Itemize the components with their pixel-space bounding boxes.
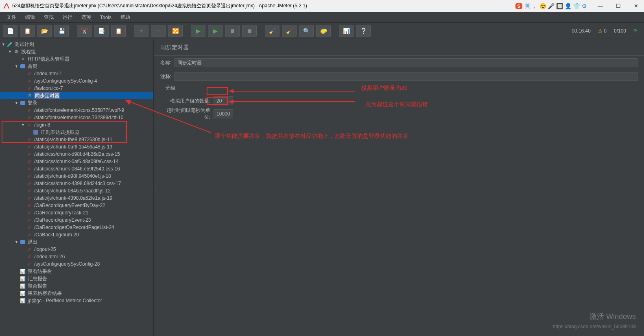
minimize-button[interactable]: — xyxy=(595,2,605,10)
menu-search[interactable]: 查找 xyxy=(40,13,58,22)
tree-homepage[interactable]: ▼首页 xyxy=(0,63,153,70)
tree-login-item-1[interactable]: ✏/static/fonts/element-icons.732389d.ttf… xyxy=(0,114,153,121)
stop-button[interactable]: ⏹ xyxy=(225,25,240,37)
paste-button[interactable]: 📋 xyxy=(111,25,126,37)
tree-label: /static/fonts/element-icons.535877f.woff… xyxy=(34,107,124,113)
tree-logout-item-0[interactable]: ✏/logout-25 xyxy=(0,246,153,253)
tree-toggle-icon[interactable]: ▼ xyxy=(15,64,20,68)
menu-run[interactable]: 运行 xyxy=(59,13,76,22)
maximize-button[interactable]: ☐ xyxy=(613,2,623,10)
tree-listener-3[interactable]: 📊用表格察看结果 xyxy=(0,290,153,297)
tree-home-item-2[interactable]: ✏/favicon.ico-7 xyxy=(0,85,153,92)
menu-options[interactable]: 选项 xyxy=(77,13,95,22)
comment-input[interactable] xyxy=(175,72,637,81)
tree-login[interactable]: ▼登录 xyxy=(0,99,153,107)
tree-login8-item-2[interactable]: ✏/static/css/chunk-d98f.d4b26d2e.css-15 xyxy=(0,151,153,158)
tree-label: 用表格察看结果 xyxy=(28,290,62,297)
tree-login8-item-12[interactable]: ✏/OaRecord/getOaRecordPageList-24 xyxy=(0,224,153,231)
tree-login8-item-1[interactable]: ✏/static/js/chunk-0af6.1b456a48.js-13 xyxy=(0,143,153,151)
tree-toggle-icon[interactable]: ▼ xyxy=(15,101,20,105)
tree-login8-item-13[interactable]: ✏/OaBackLog/num-20 xyxy=(0,231,153,238)
tree-regex[interactable]: 正则表达式提取器 xyxy=(0,129,153,136)
menu-help[interactable]: 帮助 xyxy=(116,13,134,22)
tree-label: /OaRecord/getOaRecordPageList-24 xyxy=(34,225,114,230)
tree-login8-item-11[interactable]: ✏/OaRecord/queryEvent-23 xyxy=(0,216,153,224)
test-tree[interactable]: ▼🧪测试计划▼⚙线程组✕HTTP信息头管理器▼首页✏/index.html-1✏… xyxy=(0,39,154,336)
tree-toggle-icon[interactable]: ▼ xyxy=(2,42,7,46)
tree-listener-4[interactable]: 📊jp@gc - PerfMon Metrics Collector xyxy=(0,297,153,304)
start-notimers-button[interactable]: ▶ xyxy=(208,25,223,37)
function-helper-button[interactable]: 📊 xyxy=(339,25,354,37)
clear-button[interactable]: 🧹 xyxy=(265,25,279,37)
cut-button[interactable]: ✂️ xyxy=(77,25,92,37)
shutdown-button[interactable]: ⏹ xyxy=(242,25,257,37)
tree-threadgroup[interactable]: ▼⚙线程组 xyxy=(0,48,153,55)
tree-login8-item-5[interactable]: ✏/static/js/chunk-d98f.945040ef.js-18 xyxy=(0,172,153,180)
tree-httpheader[interactable]: ✕HTTP信息头管理器 xyxy=(0,55,153,63)
tree-logout-item-2[interactable]: ✏/sysConfig/querySysConfig-28 xyxy=(0,260,153,268)
tree-login8-item-9[interactable]: ✏/OaRecord/queryEventByDay-22 xyxy=(0,202,153,209)
tree-login8-item-8[interactable]: ✏/static/js/chunk-4398.0a52fe1a.js-19 xyxy=(0,194,153,202)
tree-label: /static/css/chunk-0af6.d8a09fe6.css-14 xyxy=(34,159,118,164)
tree-listener-0[interactable]: 📊察看结果树 xyxy=(0,268,153,275)
tree-label: 线程组 xyxy=(21,48,36,55)
tree-login8-item-0[interactable]: ✏/static/js/chunk-fbe8.b972630b.js-11 xyxy=(0,136,153,143)
tree-label: /static/js/chunk-0af6.1b456a48.js-13 xyxy=(34,144,112,150)
clearall-button[interactable]: 🧹 xyxy=(282,25,297,37)
templates-button[interactable]: 📋 xyxy=(20,25,35,37)
tree-login8-item-3[interactable]: ✏/static/css/chunk-0af6.d8a09fe6.css-14 xyxy=(0,158,153,165)
tree-label: /favicon.ico-7 xyxy=(34,85,63,91)
name-input[interactable] xyxy=(175,58,637,67)
tree-login8-item-7[interactable]: ✏/static/js/chunk-0846.57aacdff.js-12 xyxy=(0,187,153,194)
tree-login8-item-6[interactable]: ✏/static/css/chunk-4398.68d24dc3.css-17 xyxy=(0,180,153,187)
splitter-grip[interactable]: ⋮⋮ xyxy=(152,183,156,191)
tree-label: /OaBackLog/num-20 xyxy=(34,232,79,238)
tree-label: /sysConfig/querySysConfig-4 xyxy=(34,78,97,84)
tree-toggle-icon[interactable]: ▼ xyxy=(15,240,20,244)
ime-badge-icon: S xyxy=(515,3,522,9)
toggle-button[interactable]: 🔀 xyxy=(168,25,183,37)
help-button[interactable]: ❔ xyxy=(356,25,371,37)
tree-toggle-icon[interactable]: ▼ xyxy=(8,50,13,54)
reset-search-button[interactable]: 🧽 xyxy=(316,25,331,37)
tree-label: 测试计划 xyxy=(15,41,34,48)
gc-icon[interactable]: ⟳ xyxy=(633,28,637,34)
timeout-row: 超时时间以毫秒为单位: xyxy=(159,106,639,122)
menu-file[interactable]: 文件 xyxy=(2,13,20,22)
close-button[interactable]: ✕ xyxy=(631,2,641,10)
tree-timer[interactable]: ⏱同步定时器 xyxy=(0,92,153,99)
tree-logout[interactable]: ▼退出 xyxy=(0,238,153,246)
tree-label: /static/js/chunk-4398.0a52fe1a.js-19 xyxy=(34,195,112,201)
expand-button[interactable]: ＋ xyxy=(134,25,148,37)
search-button[interactable]: 🔍 xyxy=(299,25,314,37)
status-threads: 0/100 xyxy=(614,28,626,34)
name-label: 名称: xyxy=(160,59,171,66)
tree-home-item-1[interactable]: ✏/sysConfig/querySysConfig-4 xyxy=(0,77,153,85)
ime-indicator: S 英 ， 😊 🎤 🔲 👤 👕 ⚙ xyxy=(515,2,587,10)
timeout-label: 超时时间以毫秒为单位: xyxy=(166,107,210,121)
timeout-input[interactable] xyxy=(214,109,233,118)
tree-login-item-0[interactable]: ✏/static/fonts/element-icons.535877f.wof… xyxy=(0,107,153,114)
panel-title: 同步定时器 xyxy=(154,39,644,56)
tree-listener-2[interactable]: 📊聚合报告 xyxy=(0,282,153,290)
tree-listener-1[interactable]: 📊汇总报告 xyxy=(0,275,153,282)
open-button[interactable]: 📂 xyxy=(37,25,52,37)
menu-edit[interactable]: 编辑 xyxy=(21,13,39,22)
tree-listener-0-icon: 📊 xyxy=(20,268,26,275)
users-input[interactable] xyxy=(214,96,233,105)
tree-label: /index.html-1 xyxy=(34,71,62,76)
grouping-legend: 分组 xyxy=(162,85,639,92)
copy-button[interactable]: 📑 xyxy=(94,25,109,37)
tree-logout-item-1[interactable]: ✏/index.html-26 xyxy=(0,253,153,260)
tree-login8-item-4[interactable]: ✏/static/css/chunk-0846.e59f2540.css-16 xyxy=(0,165,153,172)
menu-tools[interactable]: Tools xyxy=(96,13,116,22)
collapse-button[interactable]: － xyxy=(151,25,166,37)
tree-login8[interactable]: ▼✏/login-8 xyxy=(0,121,153,129)
new-button[interactable]: 📄 xyxy=(3,25,17,37)
tree-login8-item-10[interactable]: ✏/OaRecord/queryTask-21 xyxy=(0,209,153,216)
start-button[interactable]: ▶ xyxy=(191,25,205,37)
tree-testplan[interactable]: ▼🧪测试计划 xyxy=(0,41,153,48)
main-area: ▼🧪测试计划▼⚙线程组✕HTTP信息头管理器▼首页✏/index.html-1✏… xyxy=(0,39,644,336)
tree-home-item-0[interactable]: ✏/index.html-1 xyxy=(0,70,153,77)
save-button[interactable]: 💾 xyxy=(54,25,69,37)
